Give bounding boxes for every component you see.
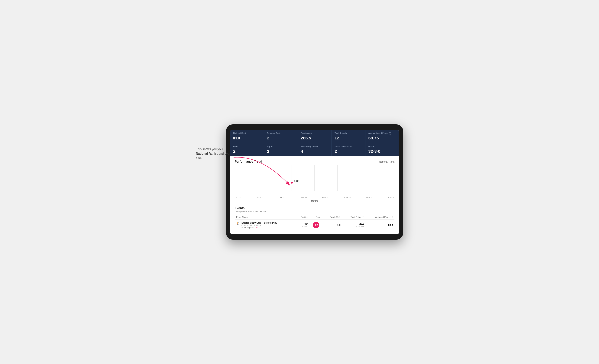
- col-event-sg: Event SG i: [323, 215, 343, 220]
- x-label-dec23: DEC 23: [279, 196, 285, 199]
- stat-record-label: Record: [369, 145, 396, 148]
- stat-record: Record 32-8-0: [365, 143, 399, 156]
- svg-text:#10: #10: [294, 180, 299, 182]
- performance-trend-section: Performance Trend National Rank: [235, 160, 395, 202]
- stat-scoring-avg-label: Scoring Avg.: [301, 132, 328, 134]
- col-position: Position: [295, 215, 310, 220]
- stat-regional-rank: Regional Rank 2: [264, 130, 297, 143]
- chart-x-labels: OCT 23 NOV 23 DEC 23 JAN 24 FEB 24 MAR 2…: [235, 196, 395, 199]
- rank-impact-text: Rank Impact: 3: [241, 226, 255, 229]
- rank-impact-arrow-icon: ▼: [256, 227, 258, 229]
- total-points-value: 28.3 3 Rounds: [344, 222, 364, 228]
- weighted-points-value: 28.3: [367, 224, 393, 226]
- stat-wins: Wins 2: [230, 143, 264, 156]
- stat-match-play-events: Match Play Events 2: [332, 143, 365, 156]
- total-rounds-text: 3 Rounds: [356, 226, 364, 228]
- stat-match-play-events-value: 2: [335, 149, 362, 154]
- stat-stroke-play-events: Stroke Play Events 4: [298, 143, 331, 156]
- total-points-number: 28.3: [359, 222, 364, 225]
- stat-stroke-play-events-value: 4: [301, 149, 328, 154]
- stat-match-play-events-label: Match Play Events: [335, 145, 362, 148]
- events-section: Events Last updated: 24th November 2023 …: [235, 206, 395, 231]
- chart-svg: #10: [235, 165, 395, 195]
- events-title: Events: [235, 206, 395, 210]
- x-label-jan24: JAN 24: [301, 196, 307, 199]
- stat-national-rank-value: #10: [233, 136, 261, 141]
- tablet-screen: National Rank #10 Regional Rank 2 Scorin…: [230, 130, 399, 235]
- x-label-nov23: NOV 23: [256, 196, 263, 199]
- position-sub: out of 7: [302, 226, 308, 228]
- svg-point-8: [291, 182, 293, 184]
- stat-national-rank-label: National Rank: [233, 132, 261, 134]
- stats-header-row1: National Rank #10 Regional Rank 2 Scorin…: [230, 130, 399, 143]
- events-table: Event Name Position Score Event SG i Tot…: [235, 215, 395, 231]
- info-icon-weighted: i: [389, 132, 391, 134]
- stat-scoring-avg-value: 286.5: [301, 136, 328, 141]
- col-total-points: Total Points i: [343, 215, 366, 220]
- score-badge: -22: [313, 222, 319, 228]
- tooltip-text-part1: This shows you your: [196, 148, 223, 151]
- table-row: 🏌 Buster Cozy Cup – Stroke Play Oct 9 – …: [235, 220, 395, 231]
- stat-scoring-avg: Scoring Avg. 286.5: [298, 130, 331, 143]
- stat-regional-rank-label: Regional Rank: [267, 132, 294, 134]
- events-last-updated: Last updated: 24th November 2023: [235, 210, 395, 213]
- chart-x-axis-label: Months: [235, 200, 395, 202]
- stats-header-row2: Wins 2 Top 3s 2 Stroke Play Events 4 Mat…: [230, 143, 399, 156]
- perf-trend-title: Performance Trend: [235, 160, 262, 163]
- stat-avg-weighted-points-label: Avg. Weighted Points i: [369, 132, 396, 134]
- stat-top3s-label: Top 3s: [267, 145, 294, 148]
- col-event-name: Event Name: [235, 215, 295, 220]
- info-icon-weighted-points: i: [391, 216, 393, 218]
- perf-trend-header: Performance Trend National Rank: [235, 160, 395, 163]
- stat-wins-value: 2: [233, 149, 261, 154]
- info-icon-total-points: i: [362, 216, 364, 218]
- x-label-apr24: APR 24: [366, 196, 372, 199]
- event-name-wrapper: 🏌 Buster Cozy Cup – Stroke Play Oct 9 – …: [236, 221, 294, 229]
- stat-wins-label: Wins: [233, 145, 261, 148]
- x-label-feb24: FEB 24: [322, 196, 328, 199]
- perf-trend-subtitle: National Rank: [379, 160, 395, 163]
- stat-total-rounds-value: 12: [335, 136, 362, 141]
- info-icon-event-sg: i: [339, 216, 341, 218]
- stat-avg-weighted-points: Avg. Weighted Points i 68.75: [365, 130, 399, 143]
- tooltip-annotation: This shows you your National Rank trend …: [196, 147, 234, 160]
- position-cell: 6th out of 7: [295, 220, 310, 231]
- events-table-header-row: Event Name Position Score Event SG i Tot…: [235, 215, 395, 220]
- position-value: 6th out of 7: [297, 222, 308, 228]
- stat-record-value: 32-8-0: [369, 149, 396, 154]
- event-icon: 🏌: [236, 222, 240, 225]
- stat-stroke-play-events-label: Stroke Play Events: [301, 145, 328, 148]
- weighted-points-cell: 28.3: [366, 220, 395, 231]
- col-weighted-points: Weighted Points i: [366, 215, 395, 220]
- tablet-frame: National Rank #10 Regional Rank 2 Scorin…: [226, 124, 403, 240]
- event-name-cell: 🏌 Buster Cozy Cup – Stroke Play Oct 9 – …: [235, 220, 295, 231]
- stat-top3s-value: 2: [267, 149, 294, 154]
- stat-avg-weighted-points-value: 68.75: [369, 136, 396, 141]
- tooltip-text-bold: National Rank: [196, 152, 216, 155]
- x-label-oct23: OCT 23: [235, 196, 241, 199]
- event-sg-cell: 0.45: [323, 220, 343, 231]
- stat-regional-rank-value: 2: [267, 136, 294, 141]
- event-name-text: Buster Cozy Cup – Stroke Play: [241, 221, 277, 224]
- stat-total-rounds-label: Total Rounds: [335, 132, 362, 134]
- stat-national-rank: National Rank #10: [230, 130, 264, 143]
- performance-chart: #10: [235, 165, 395, 195]
- event-date: Oct 9 – Oct 10, 2023: [241, 224, 277, 226]
- x-label-may24: MAY 24: [388, 196, 395, 199]
- stat-top3s: Top 3s 2: [264, 143, 297, 156]
- x-label-mar24: MAR 24: [344, 196, 351, 199]
- score-cell: -22: [310, 220, 323, 231]
- position-text: 6th: [304, 222, 308, 225]
- col-score: Score: [310, 215, 323, 220]
- stat-total-rounds: Total Rounds 12: [332, 130, 365, 143]
- event-name-info: Buster Cozy Cup – Stroke Play Oct 9 – Oc…: [241, 221, 277, 229]
- rank-impact: Rank Impact: 3 ▼: [241, 226, 277, 229]
- score-value: -22: [315, 224, 318, 226]
- event-sg-value: 0.45: [324, 224, 342, 226]
- total-points-cell: 28.3 3 Rounds: [343, 220, 366, 231]
- main-content: Performance Trend National Rank: [230, 156, 399, 234]
- outer-wrapper: This shows you your National Rank trend …: [196, 124, 403, 240]
